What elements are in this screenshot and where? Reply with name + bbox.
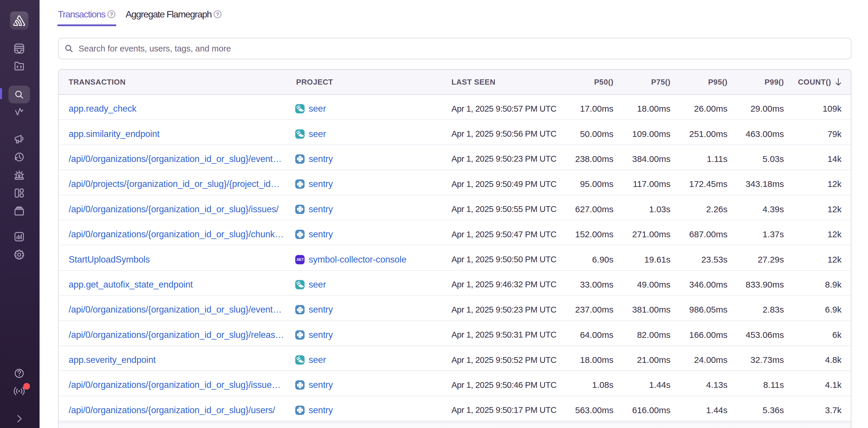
svg-text:?: ? — [110, 11, 113, 17]
svg-text:?: ? — [216, 11, 219, 17]
